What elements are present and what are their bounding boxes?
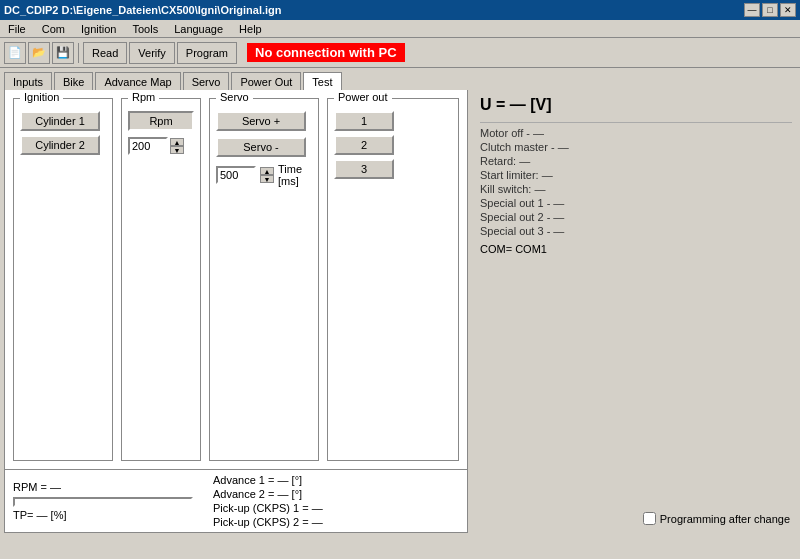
- open-button[interactable]: 📂: [28, 42, 50, 64]
- menu-bar: File Com Ignition Tools Language Help: [0, 20, 800, 38]
- special-out3-status: Special out 3 - —: [480, 225, 792, 237]
- powerout-group-label: Power out: [334, 91, 392, 103]
- window-title: DC_CDIP2 D:\Eigene_Dateien\CX500\Igni\Or…: [4, 4, 282, 16]
- kill-switch-status: Kill switch: —: [480, 183, 792, 195]
- groups-row: Ignition Cylinder 1 Cylinder 2 Rpm Rpm ▲…: [5, 90, 467, 469]
- menu-help[interactable]: Help: [235, 22, 266, 36]
- rpm-group-label: Rpm: [128, 91, 159, 103]
- verify-button[interactable]: Verify: [129, 42, 175, 64]
- advance1-status: Advance 1 = — [°]: [213, 474, 323, 486]
- read-button[interactable]: Read: [83, 42, 127, 64]
- minimize-button[interactable]: —: [744, 3, 760, 17]
- tp-status: TP= — [%]: [13, 509, 193, 521]
- servo-time-input[interactable]: [216, 166, 256, 184]
- rpm-increment-button[interactable]: ▲: [170, 138, 184, 146]
- cylinder2-button[interactable]: Cylinder 2: [20, 135, 100, 155]
- new-button[interactable]: 📄: [4, 42, 26, 64]
- motor-off-status: Motor off - —: [480, 127, 792, 139]
- servo-time-label: Time [ms]: [278, 163, 312, 187]
- powerout-btn-3[interactable]: 3: [334, 159, 394, 179]
- voltage-display: U = — [V]: [480, 96, 792, 114]
- pickup1-status: Pick-up (CKPS) 1 = —: [213, 502, 323, 514]
- tabs-bar: Inputs Bike Advance Map Servo Power Out …: [0, 68, 800, 90]
- clutch-master-status: Clutch master - —: [480, 141, 792, 153]
- tab-power-out[interactable]: Power Out: [231, 72, 301, 90]
- right-panel: U = — [V] Motor off - — Clutch master - …: [472, 90, 800, 537]
- powerout-group: Power out 1 2 3: [327, 98, 459, 461]
- rpm-spinner-buttons: ▲ ▼: [170, 138, 184, 154]
- tab-advance-map[interactable]: Advance Map: [95, 72, 180, 90]
- rpm-status: RPM = —: [13, 481, 193, 493]
- save-button[interactable]: 💾: [52, 42, 74, 64]
- cylinder1-button[interactable]: Cylinder 1: [20, 111, 100, 131]
- servo-minus-button[interactable]: Servo -: [216, 137, 306, 157]
- menu-com[interactable]: Com: [38, 22, 69, 36]
- servo-plus-button[interactable]: Servo +: [216, 111, 306, 131]
- panels-wrapper: Ignition Cylinder 1 Cylinder 2 Rpm Rpm ▲…: [0, 90, 800, 537]
- menu-language[interactable]: Language: [170, 22, 227, 36]
- menu-file[interactable]: File: [4, 22, 30, 36]
- servo-time-row: ▲ ▼ Time [ms]: [216, 163, 312, 187]
- powerout-btn-1[interactable]: 1: [334, 111, 394, 131]
- bottom-left: RPM = — TP= — [%]: [13, 481, 193, 521]
- rpm-decrement-button[interactable]: ▼: [170, 146, 184, 154]
- prog-after-change-label: Programming after change: [660, 513, 790, 525]
- advance2-status: Advance 2 = — [°]: [213, 488, 323, 500]
- bottom-status: RPM = — TP= — [%] Advance 1 = — [°] Adva…: [5, 469, 467, 532]
- progress-bar: [13, 497, 193, 507]
- ignition-group-label: Ignition: [20, 91, 63, 103]
- tab-bike[interactable]: Bike: [54, 72, 93, 90]
- special-out2-status: Special out 2 - —: [480, 211, 792, 223]
- tab-inputs[interactable]: Inputs: [4, 72, 52, 90]
- ignition-group: Ignition Cylinder 1 Cylinder 2: [13, 98, 113, 461]
- powerout-btn-2[interactable]: 2: [334, 135, 394, 155]
- rpm-input[interactable]: [128, 137, 168, 155]
- rpm-display: Rpm: [128, 111, 194, 131]
- pickup2-status: Pick-up (CKPS) 2 = —: [213, 516, 323, 528]
- toolbar-separator: [78, 43, 79, 63]
- servo-time-decrement-button[interactable]: ▼: [260, 175, 274, 183]
- servo-group-label: Servo: [216, 91, 253, 103]
- status-list: Motor off - — Clutch master - — Retard: …: [480, 127, 792, 237]
- tab-content-area: Ignition Cylinder 1 Cylinder 2 Rpm Rpm ▲…: [4, 90, 468, 533]
- special-out1-status: Special out 1 - —: [480, 197, 792, 209]
- rpm-group: Rpm Rpm ▲ ▼: [121, 98, 201, 461]
- retard-status: Retard: —: [480, 155, 792, 167]
- content-wrapper: Inputs Bike Advance Map Servo Power Out …: [0, 68, 800, 537]
- bottom-right: Advance 1 = — [°] Advance 2 = — [°] Pick…: [213, 474, 323, 528]
- separator: [480, 122, 792, 123]
- servo-time-spinner-buttons: ▲ ▼: [260, 167, 274, 183]
- com-status: COM= COM1: [480, 243, 792, 255]
- prog-after-change-checkbox[interactable]: [643, 512, 656, 525]
- start-limiter-status: Start limiter: —: [480, 169, 792, 181]
- title-bar: DC_CDIP2 D:\Eigene_Dateien\CX500\Igni\Or…: [0, 0, 800, 20]
- maximize-button[interactable]: □: [762, 3, 778, 17]
- servo-time-increment-button[interactable]: ▲: [260, 167, 274, 175]
- tab-servo[interactable]: Servo: [183, 72, 230, 90]
- servo-group: Servo Servo + Servo - ▲ ▼ Time [ms]: [209, 98, 319, 461]
- window-controls: — □ ✕: [744, 3, 796, 17]
- rpm-spinner: ▲ ▼: [128, 137, 194, 155]
- toolbar: 📄 📂 💾 Read Verify Program No connection …: [0, 38, 800, 68]
- program-button[interactable]: Program: [177, 42, 237, 64]
- left-panel-wrapper: Ignition Cylinder 1 Cylinder 2 Rpm Rpm ▲…: [4, 90, 468, 533]
- no-connection-badge: No connection with PC: [247, 43, 405, 62]
- menu-tools[interactable]: Tools: [128, 22, 162, 36]
- tab-test[interactable]: Test: [303, 72, 341, 90]
- prog-checkbox-row: Programming after change: [643, 512, 790, 525]
- menu-ignition[interactable]: Ignition: [77, 22, 120, 36]
- close-button[interactable]: ✕: [780, 3, 796, 17]
